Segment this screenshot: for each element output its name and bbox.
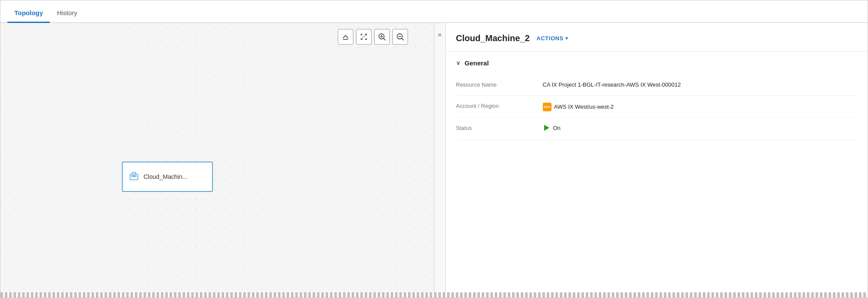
tab-history[interactable]: History: [50, 4, 84, 23]
zoom-out-btn[interactable]: [392, 29, 408, 45]
svg-line-3: [383, 39, 385, 41]
status-value: On: [543, 124, 858, 133]
status-on-icon: [543, 124, 551, 132]
aws-region-text: AWS IX West/us-west-2: [554, 103, 614, 111]
play-triangle-icon: [544, 125, 549, 131]
section-chevron-icon: ∨: [456, 60, 460, 66]
svg-rect-13: [132, 175, 134, 177]
status-on-badge: On: [543, 124, 561, 133]
status-label: Status: [456, 124, 534, 131]
collapse-btn[interactable]: [338, 29, 353, 45]
aws-icon: aws: [543, 103, 551, 111]
svg-line-1: [361, 34, 366, 39]
svg-rect-14: [134, 175, 136, 177]
account-region-label: Account / Region: [456, 102, 534, 109]
detail-content: Cloud_Machine_2 ACTIONS ▾ ∨ General Reso…: [446, 23, 868, 292]
aws-badge: aws AWS IX West/us-west-2: [543, 103, 614, 111]
detail-header: Cloud_Machine_2 ACTIONS ▾: [446, 23, 868, 52]
actions-button[interactable]: ACTIONS ▾: [537, 35, 568, 42]
zoom-in-btn[interactable]: [374, 29, 390, 45]
status-text: On: [553, 124, 561, 133]
tab-bar: Topology History: [0, 0, 868, 23]
general-section: ∨ General Resource Name CA IX Project 1-…: [446, 52, 868, 148]
main-container: Topology History: [0, 0, 868, 298]
general-section-header[interactable]: ∨ General: [456, 59, 858, 67]
collapse-panel-btn[interactable]: »: [434, 23, 446, 292]
resource-name-label: Resource Name: [456, 81, 534, 88]
fit-btn[interactable]: [356, 29, 372, 45]
content-area: Cloud_Machin... » Cloud_Machine_2 ACTION…: [0, 23, 868, 292]
resource-name-row: Resource Name CA IX Project 1-BGL-IT-res…: [456, 74, 858, 96]
svg-rect-9: [130, 174, 138, 180]
account-region-row: Account / Region aws AWS IX West/us-west…: [456, 96, 858, 118]
node-label: Cloud_Machin...: [144, 173, 187, 180]
right-section: » Cloud_Machine_2 ACTIONS ▾ ∨ General: [434, 23, 868, 292]
actions-chevron-icon: ▾: [565, 36, 568, 41]
cloud-node[interactable]: Cloud_Machin...: [122, 162, 213, 192]
wavy-border: [0, 292, 868, 298]
topology-panel: Cloud_Machin...: [0, 23, 434, 292]
resource-name-value: CA IX Project 1-BGL-IT-research-AWS IX W…: [543, 81, 858, 89]
status-row: Status On: [456, 118, 858, 140]
tab-topology[interactable]: Topology: [7, 4, 50, 23]
resource-title: Cloud_Machine_2: [456, 33, 530, 43]
section-title: General: [465, 59, 489, 67]
account-region-value: aws AWS IX West/us-west-2: [543, 102, 858, 111]
node-icon: [129, 171, 139, 183]
svg-line-7: [401, 39, 404, 41]
toolbar: [338, 29, 408, 45]
